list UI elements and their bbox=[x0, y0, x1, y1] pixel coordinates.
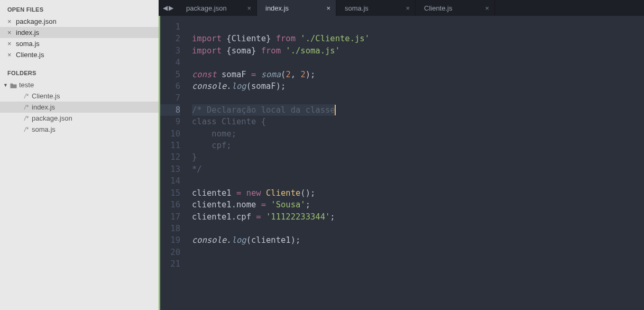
code-line bbox=[192, 258, 644, 270]
line-number: 18 bbox=[160, 223, 180, 234]
close-icon[interactable]: × bbox=[7, 40, 16, 48]
close-icon[interactable]: × bbox=[406, 4, 410, 12]
open-file-item[interactable]: ×Cliente.js bbox=[0, 49, 159, 60]
line-number: 10 bbox=[160, 128, 180, 140]
sidebar: OPEN FILES ×package.json×index.js×soma.j… bbox=[0, 0, 159, 310]
tabs-host: package.json×index.js×soma.js×Cliente.js… bbox=[178, 0, 495, 16]
tab-nav-arrows: ◀ ▶ bbox=[159, 0, 178, 16]
code-line: cpf; bbox=[192, 140, 644, 151]
file-type-icon: /* bbox=[24, 115, 29, 122]
line-number: 16 bbox=[160, 199, 180, 211]
line-number: 7 bbox=[160, 92, 180, 104]
code-line: cliente1.nome = 'Sousa'; bbox=[192, 199, 644, 211]
close-icon[interactable]: × bbox=[247, 4, 251, 12]
line-number: 3 bbox=[160, 45, 180, 57]
editor-tab[interactable]: Cliente.js× bbox=[416, 0, 495, 16]
open-file-name: Cliente.js bbox=[16, 51, 44, 59]
code-line: console.log(cliente1); bbox=[192, 234, 644, 246]
open-files-list: ×package.json×index.js×soma.js×Cliente.j… bbox=[0, 16, 159, 60]
line-number: 14 bbox=[160, 175, 180, 187]
tree-file-name: package.json bbox=[32, 114, 72, 122]
close-icon[interactable]: × bbox=[7, 17, 16, 25]
line-number-gutter: 123456789101112131415161718192021 bbox=[160, 16, 185, 310]
code-line: } bbox=[192, 151, 644, 163]
code-line bbox=[192, 21, 644, 33]
line-number: 13 bbox=[160, 163, 180, 175]
line-number: 20 bbox=[160, 247, 180, 258]
nav-forward-icon[interactable]: ▶ bbox=[169, 4, 173, 12]
open-file-name: package.json bbox=[16, 17, 57, 25]
code-line bbox=[192, 175, 644, 187]
nav-back-icon[interactable]: ◀ bbox=[163, 4, 168, 12]
tree-file-name: index.js bbox=[32, 103, 55, 111]
tab-label: Cliente.js bbox=[424, 4, 452, 12]
line-number: 8 bbox=[160, 104, 180, 116]
tab-label: index.js bbox=[265, 4, 289, 12]
close-icon[interactable]: × bbox=[7, 29, 16, 37]
app-root: OPEN FILES ×package.json×index.js×soma.j… bbox=[0, 0, 644, 310]
editor-area: ◀ ▶ package.json×index.js×soma.js×Client… bbox=[159, 0, 644, 310]
line-number: 1 bbox=[160, 21, 180, 33]
chevron-down-icon: ▼ bbox=[3, 83, 10, 88]
folder-root-label: teste bbox=[19, 81, 34, 89]
code-line: import {Cliente} from './Cliente.js' bbox=[192, 33, 644, 44]
line-number: 15 bbox=[160, 187, 180, 199]
line-number: 17 bbox=[160, 211, 180, 223]
tree-file-item[interactable]: /*Cliente.js bbox=[0, 90, 159, 102]
tree-file-item[interactable]: /*index.js bbox=[0, 102, 159, 113]
line-number: 19 bbox=[160, 234, 180, 246]
line-number: 9 bbox=[160, 116, 180, 127]
code-line: import {soma} from './soma.js' bbox=[192, 45, 644, 57]
open-file-name: index.js bbox=[16, 29, 39, 37]
code-editor[interactable]: 123456789101112131415161718192021 import… bbox=[159, 16, 644, 310]
tab-label: soma.js bbox=[345, 4, 369, 12]
code-line bbox=[192, 57, 644, 68]
code-line bbox=[192, 247, 644, 258]
code-line: nome; bbox=[192, 128, 644, 140]
folder-root[interactable]: ▼ teste bbox=[0, 79, 159, 90]
tree-file-name: soma.js bbox=[32, 125, 56, 133]
line-number: 12 bbox=[160, 151, 180, 163]
tree-file-name: Cliente.js bbox=[32, 92, 60, 100]
line-number: 6 bbox=[160, 80, 180, 92]
file-type-icon: /* bbox=[24, 93, 29, 100]
close-icon[interactable]: × bbox=[326, 4, 330, 12]
folder-tree: /*Cliente.js/*index.js/*package.json/*so… bbox=[0, 90, 159, 135]
editor-tab[interactable]: package.json× bbox=[178, 0, 257, 16]
tab-label: package.json bbox=[186, 4, 227, 12]
open-files-header: OPEN FILES bbox=[0, 4, 159, 16]
line-number: 11 bbox=[160, 140, 180, 151]
tree-file-item[interactable]: /*soma.js bbox=[0, 124, 159, 135]
code-line: class Cliente { bbox=[192, 116, 644, 127]
tab-bar: ◀ ▶ package.json×index.js×soma.js×Client… bbox=[159, 0, 644, 16]
tree-file-item[interactable]: /*package.json bbox=[0, 113, 159, 124]
text-cursor bbox=[335, 105, 336, 115]
line-number: 2 bbox=[160, 33, 180, 44]
close-icon[interactable]: × bbox=[485, 4, 489, 12]
open-file-name: soma.js bbox=[16, 40, 40, 48]
close-icon[interactable]: × bbox=[7, 51, 16, 59]
code-line: console.log(somaF); bbox=[192, 80, 644, 92]
code-content[interactable]: import {Cliente} from './Cliente.js'impo… bbox=[185, 16, 644, 310]
code-line bbox=[192, 223, 644, 234]
code-line: cliente1 = new Cliente(); bbox=[192, 187, 644, 199]
code-line: */ bbox=[192, 163, 644, 175]
file-type-icon: /* bbox=[24, 104, 29, 111]
code-line: cliente1.cpf = '11122233344'; bbox=[192, 211, 644, 223]
spacer bbox=[0, 60, 159, 68]
line-number: 4 bbox=[160, 57, 180, 68]
open-file-item[interactable]: ×package.json bbox=[0, 16, 159, 27]
open-file-item[interactable]: ×index.js bbox=[0, 27, 159, 38]
code-line: const somaF = soma(2, 2); bbox=[192, 69, 644, 80]
line-number: 5 bbox=[160, 69, 180, 80]
editor-tab[interactable]: soma.js× bbox=[336, 0, 416, 16]
code-line: /* Declaração local da classe bbox=[192, 104, 644, 116]
editor-tab[interactable]: index.js× bbox=[257, 0, 336, 16]
folder-icon bbox=[10, 81, 19, 89]
open-file-item[interactable]: ×soma.js bbox=[0, 38, 159, 49]
file-type-icon: /* bbox=[24, 126, 29, 133]
line-number: 21 bbox=[160, 258, 180, 270]
code-line bbox=[192, 92, 644, 104]
folders-header: FOLDERS bbox=[0, 68, 159, 79]
